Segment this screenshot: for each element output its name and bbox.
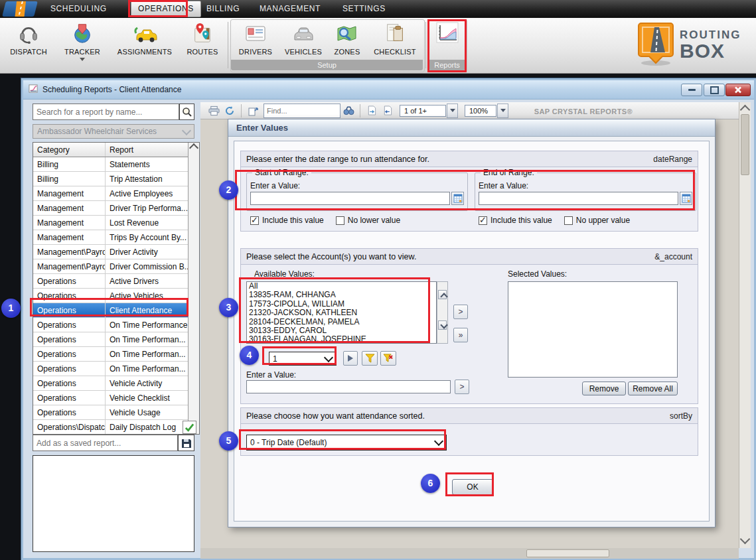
filter-button[interactable] bbox=[362, 351, 378, 366]
available-value-item[interactable]: 21320-JACKSON, KATHLEEN bbox=[247, 309, 436, 317]
start-date-input[interactable] bbox=[250, 192, 450, 205]
start-calendar-button[interactable] bbox=[451, 192, 464, 205]
save-report-button[interactable] bbox=[178, 435, 194, 451]
find-input[interactable] bbox=[264, 104, 340, 118]
table-row[interactable]: OperationsVehicle Activity bbox=[33, 376, 189, 391]
table-row[interactable]: OperationsOn Time Performan... bbox=[33, 332, 189, 347]
ribbon-dispatch-button[interactable]: DISPATCH bbox=[5, 20, 52, 68]
end-calendar-button[interactable] bbox=[680, 192, 692, 205]
move-all-button[interactable]: » bbox=[453, 328, 468, 342]
clear-filter-button[interactable] bbox=[380, 351, 396, 366]
add-value-button[interactable]: > bbox=[455, 380, 469, 394]
page-nav-button[interactable] bbox=[380, 104, 396, 118]
remove-button[interactable]: Remove bbox=[582, 382, 626, 395]
table-row[interactable]: ManagementTrips By Account By... bbox=[33, 230, 189, 245]
remove-all-button[interactable]: Remove All bbox=[628, 382, 678, 395]
table-row[interactable]: ManagementLost Revenue bbox=[33, 216, 189, 230]
table-row[interactable]: OperationsOn Time Performance bbox=[33, 318, 189, 332]
table-scrollbar[interactable] bbox=[188, 143, 199, 434]
end-date-input[interactable] bbox=[479, 192, 678, 205]
menu-scheduling[interactable]: SCHEDULING bbox=[50, 0, 107, 18]
window-title-icon bbox=[29, 84, 38, 96]
list-scroll-down-button[interactable] bbox=[438, 320, 447, 330]
available-value-item[interactable]: 13835-RAM, CHHANGA bbox=[247, 291, 436, 299]
page-select-dropdown[interactable]: 1 bbox=[269, 352, 337, 366]
selected-values-list[interactable] bbox=[508, 281, 678, 378]
sort-dropdown[interactable]: 0 - Trip Date (Default) bbox=[246, 435, 447, 451]
report-search-input[interactable] bbox=[33, 104, 179, 120]
table-row[interactable]: OperationsOn Time Performan... bbox=[33, 347, 189, 362]
table-row[interactable]: ManagementActive Employees bbox=[33, 186, 189, 201]
scroll-up-icon bbox=[189, 143, 198, 153]
table-row[interactable]: BillingStatements bbox=[33, 157, 189, 172]
table-row[interactable]: Management\PayrollDriver Activity bbox=[33, 245, 189, 259]
search-button[interactable] bbox=[179, 104, 194, 120]
tracker-dropdown-arrow-icon[interactable] bbox=[80, 58, 85, 64]
page-number-combo[interactable]: 1 of 1+ bbox=[400, 105, 446, 117]
apply-report-button[interactable] bbox=[183, 421, 196, 434]
menu-management[interactable]: MANAGEMENT bbox=[260, 0, 321, 18]
ribbon-tracker-button[interactable]: TRACKER bbox=[58, 20, 106, 68]
available-list-scrollbar[interactable] bbox=[437, 281, 448, 344]
zoom-combo-arrow[interactable] bbox=[497, 104, 508, 118]
maximize-button[interactable] bbox=[704, 84, 725, 96]
available-value-item[interactable]: 28104-DECKELMAN, PAMELA bbox=[247, 318, 436, 326]
ok-button[interactable]: OK bbox=[452, 479, 493, 495]
provider-dropdown[interactable]: Ambassador Wheelchair Services bbox=[33, 124, 194, 139]
include-this-value-checkbox[interactable] bbox=[250, 216, 259, 225]
refresh-button[interactable] bbox=[222, 104, 238, 118]
minimize-button[interactable] bbox=[681, 84, 702, 96]
category-cell: Management\Payroll bbox=[33, 245, 106, 259]
available-value-item[interactable]: 17573-CIPOLLA, WILLIAM bbox=[247, 300, 436, 309]
move-selected-button[interactable]: > bbox=[453, 305, 468, 319]
report-cell: Driver Commission B... bbox=[106, 259, 189, 273]
checkbox-label: Include this value bbox=[262, 216, 324, 225]
table-row[interactable]: BillingTrip Attestation bbox=[33, 172, 189, 186]
ribbon-assignments-button[interactable]: ASSIGNMENTS bbox=[113, 20, 177, 68]
table-row[interactable]: OperationsVehicle Checklist bbox=[33, 391, 189, 405]
scroll-up-icon[interactable] bbox=[740, 105, 751, 115]
column-header-report[interactable]: Report bbox=[106, 143, 189, 157]
ribbon-routes-button[interactable]: ROUTES bbox=[181, 20, 224, 68]
print-button[interactable] bbox=[206, 104, 222, 118]
report-cell: On Time Performan... bbox=[106, 362, 189, 376]
viewer-horizontal-scrollbar[interactable] bbox=[200, 548, 739, 559]
saved-report-input[interactable] bbox=[33, 435, 178, 451]
scrollbar-thumb[interactable] bbox=[741, 114, 749, 175]
globe-pin-icon bbox=[58, 20, 106, 46]
table-row[interactable]: OperationsVehicle Usage bbox=[33, 405, 189, 420]
menu-settings[interactable]: SETTINGS bbox=[342, 0, 386, 18]
zoom-combo[interactable]: 100% bbox=[465, 105, 496, 117]
menu-operations[interactable]: OPERATIONS bbox=[131, 1, 201, 17]
category-cell: Operations\Dispatch bbox=[33, 420, 106, 434]
table-row[interactable]: ManagementDriver Trip Performa... bbox=[33, 201, 189, 216]
no-lower-value-checkbox[interactable] bbox=[336, 216, 344, 225]
table-row[interactable]: Management\PayrollDriver Commission B... bbox=[33, 259, 189, 274]
available-values-list[interactable]: All13835-RAM, CHHANGA17573-CIPOLLA, WILL… bbox=[246, 281, 437, 344]
export-page-button[interactable] bbox=[364, 104, 380, 118]
end-value-label: Enter a Value: bbox=[479, 181, 528, 190]
scroll-down-icon[interactable] bbox=[740, 534, 751, 545]
account-value-input[interactable] bbox=[246, 380, 451, 393]
table-row[interactable]: OperationsActive Vehicles bbox=[33, 289, 189, 303]
page-combo-arrow[interactable] bbox=[447, 104, 458, 118]
report-cell: Active Vehicles bbox=[106, 289, 189, 303]
export-button[interactable] bbox=[245, 104, 261, 118]
viewer-vertical-scrollbar[interactable] bbox=[739, 102, 751, 548]
available-value-item[interactable]: All bbox=[247, 282, 436, 291]
table-row[interactable]: OperationsOn Time Performan... bbox=[33, 362, 189, 376]
include-this-value-checkbox[interactable] bbox=[479, 216, 487, 225]
column-header-category[interactable]: Category bbox=[33, 143, 106, 157]
close-button[interactable] bbox=[725, 84, 751, 96]
menu-billing[interactable]: BILLING bbox=[206, 0, 240, 18]
find-next-button[interactable] bbox=[340, 104, 356, 118]
scrollbar-thumb[interactable] bbox=[526, 549, 609, 557]
available-value-item[interactable]: 30133-EDDY, CAROL bbox=[247, 326, 436, 335]
no-upper-value-checkbox[interactable] bbox=[564, 216, 573, 225]
table-row[interactable]: OperationsActive Drivers bbox=[33, 274, 189, 289]
list-scroll-up-button[interactable] bbox=[438, 290, 447, 299]
next-page-button[interactable] bbox=[343, 351, 358, 366]
table-row[interactable]: Operations\DispatchDaily Dispatch Log bbox=[33, 420, 189, 434]
table-row[interactable]: OperationsClient Attendance bbox=[33, 303, 189, 318]
available-value-item[interactable]: 30163-FLANAGAN, JOSEPHINE bbox=[247, 335, 436, 344]
